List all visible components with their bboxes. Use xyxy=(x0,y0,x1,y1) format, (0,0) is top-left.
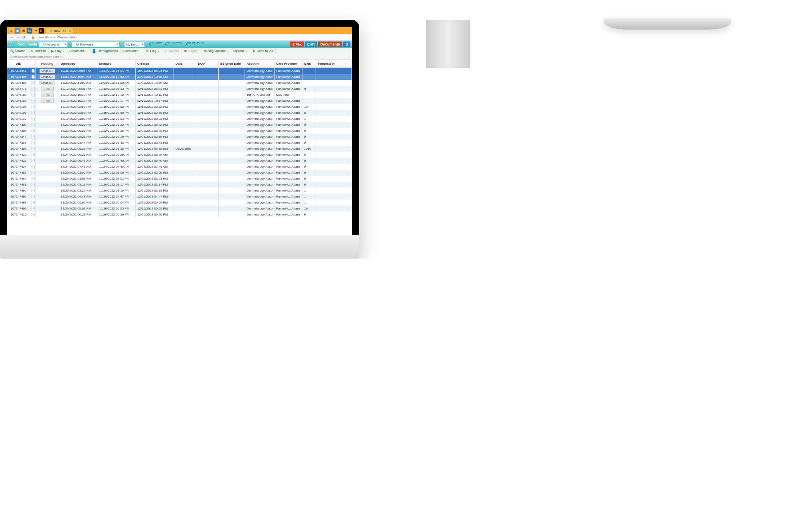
col-uploaded[interactable]: Uploaded xyxy=(59,60,97,67)
account-select[interactable]: - All Accounts - xyxy=(39,42,68,47)
refresh-button[interactable]: ↻Refresh xyxy=(28,48,49,54)
col-status[interactable] xyxy=(30,60,36,67)
cell-care-provider: Fankovitz, Adam xyxy=(275,194,302,200)
cell-esigned xyxy=(219,122,245,128)
col-created[interactable]: Created xyxy=(136,60,174,67)
table-row[interactable]: 107347347📄12/23/2022 02:21 PM12/23/2022 … xyxy=(7,134,352,140)
reload-icon[interactable]: ⟳ xyxy=(22,35,26,40)
flag-button[interactable]: ⚑Flag▾ xyxy=(143,48,162,54)
col-dov[interactable]: DOV xyxy=(196,60,219,67)
cell-template xyxy=(316,122,352,128)
table-row[interactable]: 107334441📄Linda MT10/31/2022 05:04 PM10/… xyxy=(7,68,352,74)
cell-dov xyxy=(196,92,219,98)
cell-mrn: 19 xyxy=(302,104,316,110)
close-tab-icon[interactable]: × xyxy=(69,29,71,33)
play-button[interactable]: ▶Play▾ xyxy=(49,48,67,54)
cell-template xyxy=(316,74,352,80)
table-body[interactable]: 107334441📄Linda MT10/31/2022 05:04 PM10/… xyxy=(7,68,352,235)
browser-icon[interactable]: ◉ xyxy=(15,28,20,34)
cell-created: 12/23/2022 05:38 PM xyxy=(136,146,174,152)
col-did[interactable]: DID xyxy=(7,60,30,67)
table-row[interactable]: 107347424📄12/24/2022 07:48 AM12/24/2022 … xyxy=(7,164,352,170)
table-row[interactable]: 107346106📄12/16/2022 02:52 PM12/16/2022 … xyxy=(7,104,352,110)
tab-documents[interactable]: Documents xyxy=(318,42,342,47)
table-row[interactable]: 107347303📄12/22/2022 06:23 PM12/22/2022 … xyxy=(7,122,352,128)
encounter-button[interactable]: Encounter▾ xyxy=(121,48,143,54)
table-row[interactable]: 107347422📄12/24/2022 06:31 AM12/24/2022 … xyxy=(7,152,352,158)
table-row[interactable]: 107347484📄12/26/2022 03:03 PM12/26/2022 … xyxy=(7,176,352,182)
url-input[interactable]: 🔒 altascribe.com/Transcription xyxy=(28,35,350,40)
col-template[interactable]: Template N xyxy=(316,60,352,67)
table-row[interactable]: 107347492📄12/26/2022 04:48 PM12/26/2022 … xyxy=(7,194,352,200)
col-mrn[interactable]: MRN xyxy=(302,60,316,67)
search-button[interactable]: 🔍Search xyxy=(7,48,28,54)
check-icon: ✓ xyxy=(164,49,168,53)
linkedin-icon[interactable]: in xyxy=(27,28,32,34)
table-row[interactable]: 107335405📄Linda MT11/03/2022 10:58 AM11/… xyxy=(7,74,352,80)
search-input[interactable]: Enter search terms and press 'Enter'... xyxy=(7,54,352,60)
table-row[interactable]: 107347483📄12/26/2022 03:00 PM12/26/2022 … xyxy=(7,170,352,176)
new-tab-button[interactable]: + xyxy=(76,29,78,33)
app-icon[interactable]: S xyxy=(39,28,44,34)
table-row[interactable]: 107345182📄- Pool -12/13/2022 10:18 PM12/… xyxy=(7,98,352,104)
tab-s[interactable]: S xyxy=(343,42,350,47)
cell-dov xyxy=(196,212,219,218)
table-row[interactable]: 107347396📄12/23/2022 05:38 PM12/23/2022 … xyxy=(7,146,352,152)
toolbar: 🔍Search ↻Refresh ▶Play▾ Document▾ 👤Demog… xyxy=(7,48,352,54)
routing-chip[interactable]: Linda MT xyxy=(40,81,55,85)
table-row[interactable]: 107347358📄12/23/2022 03:44 PM12/23/2022 … xyxy=(7,140,352,146)
fax-badge[interactable]: 1 Fax xyxy=(290,42,304,47)
routing-chip[interactable]: Linda MT xyxy=(40,69,55,73)
send-vr-button[interactable]: ➤Send to VR xyxy=(250,48,276,54)
cell-status: 📄 xyxy=(30,182,36,188)
cell-dictated: 12/26/2022 03:17 PM xyxy=(97,182,136,188)
col-dictated[interactable]: Dictated xyxy=(97,60,136,67)
col-dob[interactable]: DOB xyxy=(174,60,196,67)
cell-mrn xyxy=(302,92,316,98)
provider-select[interactable]: - All Providers - xyxy=(72,42,120,47)
more-icon[interactable]: ⋯ xyxy=(33,28,38,34)
inbox-select[interactable]: My Inbox xyxy=(124,42,145,47)
routing-chip[interactable]: - Pool - xyxy=(41,93,54,97)
table-row[interactable]: 107347490📄12/26/2022 03:20 PM12/26/2022 … xyxy=(7,188,352,194)
table-row[interactable]: 107347305📄12/22/2022 06:25 PM12/22/2022 … xyxy=(7,128,352,134)
routing-chip[interactable]: - Pool - xyxy=(41,87,54,91)
options-button[interactable]: Options▾ xyxy=(231,48,250,54)
cell-template xyxy=(316,200,352,206)
back-icon[interactable]: ← xyxy=(10,35,14,40)
col-account[interactable]: Account xyxy=(245,60,275,67)
demographics-button[interactable]: 👤Demographics xyxy=(89,48,121,54)
cell-did: 107346113 xyxy=(7,116,30,122)
table-row[interactable]: 107344776📄- Pool -12/12/2022 06:35 PM12/… xyxy=(7,86,352,92)
cell-dob xyxy=(174,176,196,182)
cell-status: 📄 xyxy=(30,152,36,158)
mail-icon[interactable]: ✉ xyxy=(21,28,26,34)
routing-chip[interactable]: - Pool - xyxy=(41,99,54,103)
table-row[interactable]: 107347493📄12/26/2022 05:05 PM12/26/2022 … xyxy=(7,200,352,206)
document-button[interactable]: Document▾ xyxy=(67,48,89,54)
col-care-provider[interactable]: Care Provider xyxy=(275,60,302,67)
table-row[interactable]: 107346113📄12/16/2022 03:03 PM12/16/2022 … xyxy=(7,116,352,122)
cell-account: Dermatology Asso... xyxy=(245,152,275,158)
table-row[interactable]: 107347520📄12/26/2022 06:23 PM12/26/2022 … xyxy=(7,212,352,218)
table-row[interactable]: 107347497📄12/26/2022 05:07 PM12/26/2022 … xyxy=(7,206,352,212)
browser-tab[interactable]: ⊕ New Tab × xyxy=(46,28,73,34)
cell-esigned xyxy=(219,80,245,86)
table-row[interactable]: 107345180📄- Pool -12/13/2022 10:13 PM12/… xyxy=(7,92,352,98)
forward-icon[interactable]: → xyxy=(16,35,20,40)
cell-dictated: 10/31/2022 05:04 PM xyxy=(97,68,136,74)
routing-button[interactable]: Routing Options▾ xyxy=(200,48,231,54)
cell-routing xyxy=(36,152,59,158)
cell-created: 12/16/2022 02:58 PM xyxy=(136,110,174,116)
col-esigned[interactable]: ESigned Date xyxy=(219,60,245,67)
cell-care-provider: Fankovitz, Adam xyxy=(275,104,302,110)
table-row[interactable]: 107335406📄Linda MT11/03/2022 11:00 AM11/… xyxy=(7,80,352,86)
tab-ehr[interactable]: EHR xyxy=(305,42,317,47)
table-row[interactable]: 107347423📄12/24/2022 06:41 AM12/24/2022 … xyxy=(7,158,352,164)
routing-chip[interactable]: Linda MT xyxy=(40,75,55,79)
table-row[interactable]: 107346109📄12/16/2022 02:59 PM12/16/2022 … xyxy=(7,110,352,116)
col-routing[interactable]: Routing xyxy=(36,60,59,67)
table-row[interactable]: 107347489📄12/26/2022 03:18 PM12/26/2022 … xyxy=(7,182,352,188)
menu-icon[interactable]: ≡ xyxy=(9,28,14,34)
cell-care-provider: Fankovitz, Adam xyxy=(275,212,302,218)
